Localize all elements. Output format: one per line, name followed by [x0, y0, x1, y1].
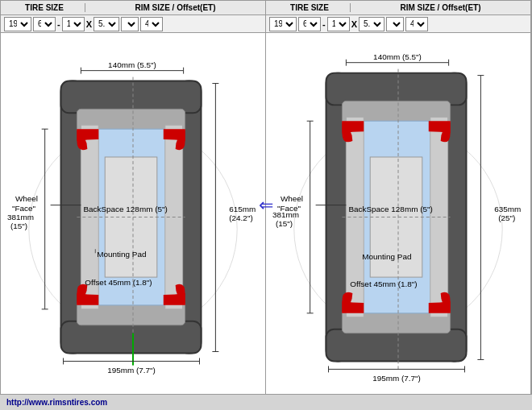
right-tire-size-header: TIRE SIZE	[266, 3, 351, 12]
right-tire-diameter-select[interactable]: 15	[327, 17, 350, 31]
svg-rect-43	[326, 329, 467, 362]
svg-text:"Face": "Face"	[12, 204, 36, 213]
svg-text:BackSpace 128mm (5"): BackSpace 128mm (5")	[348, 205, 432, 213]
svg-text:140mm (5.5"): 140mm (5.5")	[373, 52, 422, 61]
svg-text:195mm (7.7"): 195mm (7.7")	[107, 366, 156, 375]
footer-url: http://www.rimsntires.com	[6, 398, 107, 407]
svg-text:(24.2"): (24.2")	[229, 214, 252, 223]
svg-text:Offset 45mm (1.8"): Offset 45mm (1.8")	[350, 280, 417, 288]
left-x-label: X	[86, 19, 92, 29]
svg-text:195mm (7.7"): 195mm (7.7")	[372, 374, 421, 383]
svg-text:(15"): (15")	[276, 219, 293, 228]
left-separator1: -	[57, 19, 60, 29]
svg-text:Mounting Pad: Mounting Pad	[97, 250, 146, 259]
right-diagram: 140mm (5.5") 635mm (25") 381mm (15") Whe…	[266, 33, 530, 409]
left-et-value-select[interactable]: 45	[140, 17, 163, 31]
right-wheel-svg: 140mm (5.5") 635mm (25") 381mm (15") Whe…	[266, 33, 530, 409]
right-tire-width-select[interactable]: 195	[269, 17, 297, 31]
right-header-row: TIRE SIZE RIM SIZE / Offset(ET)	[266, 1, 530, 15]
left-rim-width-select[interactable]: 5.5	[94, 17, 119, 31]
left-tire-width-select[interactable]: 195	[4, 17, 31, 31]
left-tire-diameter-select[interactable]: 15	[62, 17, 85, 31]
right-tire-aspect-select[interactable]: 65	[298, 17, 321, 31]
svg-text:Wheel: Wheel	[281, 194, 303, 203]
main-container: TIRE SIZE RIM SIZE / Offset(ET) 195 60 -…	[0, 0, 532, 410]
left-tire-aspect-select[interactable]: 60	[33, 17, 56, 31]
right-panel: TIRE SIZE RIM SIZE / Offset(ET) 195 65 -…	[266, 1, 531, 409]
svg-text:(15"): (15")	[10, 222, 27, 230]
svg-text:Offset 45mm (1.8"): Offset 45mm (1.8")	[85, 278, 152, 287]
right-et-value-select[interactable]: 45	[405, 17, 428, 31]
svg-text:615mm: 615mm	[229, 205, 256, 213]
svg-text:Mounting Pad: Mounting Pad	[362, 252, 411, 261]
right-rim-size-header: RIM SIZE / Offset(ET)	[351, 3, 530, 12]
left-tire-size-header: TIRE SIZE	[1, 3, 85, 12]
right-rim-width-select[interactable]: 5.5	[359, 17, 384, 31]
right-x-label: X	[351, 19, 357, 29]
svg-rect-42	[326, 73, 467, 106]
left-diagram: 140mm (5.5") 615mm (24.2") 381mm (15") W…	[1, 33, 265, 409]
svg-text:Wheel: Wheel	[15, 194, 38, 203]
left-wheel-svg: 140mm (5.5") 615mm (24.2") 381mm (15") W…	[1, 33, 265, 409]
left-rim-size-header: RIM SIZE / Offset(ET)	[85, 3, 265, 12]
svg-text:"Face": "Face"	[277, 204, 301, 213]
right-separator1: -	[322, 19, 326, 29]
svg-text:381mm: 381mm	[7, 213, 34, 222]
svg-rect-4	[61, 321, 202, 354]
svg-text:140mm (5.5"): 140mm (5.5")	[108, 60, 156, 69]
footer-bar: http://www.rimsntires.com	[0, 394, 532, 410]
svg-text:635mm: 635mm	[494, 205, 521, 213]
svg-text:BackSpace 128mm (5"): BackSpace 128mm (5")	[83, 205, 167, 213]
left-et-select[interactable]: ET	[121, 17, 139, 31]
svg-rect-3	[61, 81, 202, 114]
right-controls-row: 195 65 - 15 X 5.5 ET 45	[266, 15, 530, 33]
right-et-select[interactable]: ET	[386, 17, 404, 31]
left-controls-row: 195 60 - 15 X 5.5 ET 45	[1, 15, 265, 33]
left-panel: TIRE SIZE RIM SIZE / Offset(ET) 195 60 -…	[1, 1, 266, 409]
svg-text:(25"): (25")	[498, 214, 515, 223]
left-header-row: TIRE SIZE RIM SIZE / Offset(ET)	[1, 1, 265, 15]
